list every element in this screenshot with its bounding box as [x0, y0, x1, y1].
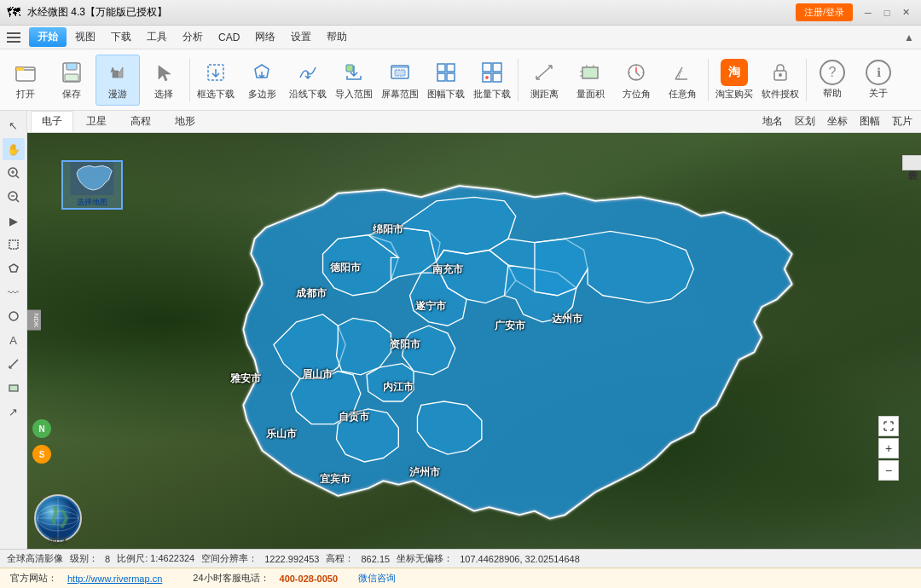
- ctrl-district[interactable]: 区划: [790, 112, 820, 130]
- taobao-button[interactable]: 淘 淘宝购买: [712, 55, 756, 106]
- screen-range-button[interactable]: 屏幕范围: [378, 55, 422, 106]
- website-url[interactable]: http://www.rivermap.cn: [67, 574, 162, 584]
- svg-rect-9: [395, 70, 405, 76]
- sidebar-arrow-tool[interactable]: ↖: [3, 114, 25, 136]
- menu-analysis[interactable]: 分析: [176, 26, 210, 48]
- free-angle-label: 任意角: [669, 88, 697, 101]
- menu-network[interactable]: 网络: [248, 26, 282, 48]
- batch-dl-button[interactable]: 批量下载: [470, 55, 514, 106]
- menu-settings[interactable]: 设置: [284, 26, 318, 48]
- svg-rect-24: [9, 240, 18, 249]
- open-button[interactable]: 打开: [3, 55, 48, 106]
- minimize-button[interactable]: ─: [860, 4, 877, 21]
- ctrl-coords[interactable]: 坐标: [822, 112, 853, 130]
- save-label: 保存: [62, 88, 81, 101]
- close-button[interactable]: ✕: [897, 4, 914, 21]
- save-button[interactable]: 保存: [49, 55, 94, 106]
- globe-label: 地球: [34, 534, 82, 547]
- roam-label: 漫游: [108, 88, 127, 101]
- auth-icon: [767, 59, 794, 86]
- ctrl-tile[interactable]: 瓦片: [887, 112, 918, 130]
- svg-rect-1: [16, 67, 24, 71]
- frame-download-button[interactable]: 框选下载: [194, 55, 238, 106]
- elevation-label: 高程：: [326, 552, 354, 565]
- roam-button[interactable]: 漫游: [96, 55, 140, 106]
- sidebar-polygon-tool[interactable]: [3, 257, 25, 280]
- sidebar-rect-select-tool[interactable]: [3, 233, 25, 256]
- tab-electronic[interactable]: 电子: [31, 111, 73, 132]
- indicator-green[interactable]: N: [32, 419, 51, 438]
- measure-dist-icon: [530, 59, 558, 86]
- free-angle-icon: [669, 59, 696, 86]
- imagery-type: 全球高清影像: [7, 552, 63, 565]
- about-icon: ℹ: [866, 60, 891, 85]
- svg-rect-27: [9, 385, 18, 391]
- measure-dist-button[interactable]: 测距离: [522, 55, 566, 106]
- auth-button[interactable]: 软件授权: [758, 55, 802, 106]
- menu-tools[interactable]: 工具: [140, 26, 174, 48]
- menu-download[interactable]: 下载: [104, 26, 138, 48]
- sidebar-zoom-in-tool[interactable]: [3, 162, 25, 184]
- menu-help[interactable]: 帮助: [320, 26, 354, 48]
- select-icon: [150, 59, 177, 86]
- menu-cad[interactable]: CAD: [211, 28, 246, 47]
- polygon-button[interactable]: 多边形: [240, 55, 284, 106]
- sidebar-link-tool[interactable]: ↗: [3, 401, 25, 423]
- frame-download-icon: [202, 59, 229, 86]
- free-angle-button[interactable]: 任意角: [660, 55, 704, 106]
- start-menu-button[interactable]: 开始: [29, 27, 67, 47]
- ctrl-placename[interactable]: 地名: [757, 112, 788, 130]
- polyline-dl-label: 沿线下载: [289, 88, 327, 101]
- ndk-label[interactable]: NDK: [27, 309, 41, 331]
- indicator-orange[interactable]: S: [32, 445, 51, 464]
- help-button[interactable]: ? 帮助: [810, 55, 854, 106]
- svg-rect-15: [493, 63, 501, 72]
- sidebar-ruler-tool[interactable]: [3, 353, 25, 375]
- menu-view[interactable]: 视图: [68, 26, 102, 48]
- svg-point-21: [779, 73, 782, 77]
- polygon-icon: [248, 59, 275, 86]
- svg-rect-11: [447, 64, 455, 72]
- select-button[interactable]: 选择: [142, 55, 186, 106]
- sidebar-line-tool[interactable]: 〰: [3, 281, 25, 303]
- sidebar-next-tool[interactable]: ▶: [3, 210, 25, 232]
- svg-marker-25: [9, 264, 18, 272]
- ctrl-mapsheet[interactable]: 图幅: [854, 112, 885, 130]
- svg-rect-17: [493, 73, 501, 82]
- website-label: 官方网站：: [10, 572, 57, 585]
- bearing-button[interactable]: 方位角: [614, 55, 658, 106]
- sidebar-area-tool[interactable]: [3, 377, 25, 399]
- menu-collapse-icon[interactable]: ▲: [901, 29, 918, 46]
- measure-area-button[interactable]: 量面积: [568, 55, 612, 106]
- sidebar-circle-tool[interactable]: [3, 305, 25, 327]
- polyline-dl-button[interactable]: 沿线下载: [286, 55, 330, 106]
- tab-satellite[interactable]: 卫星: [75, 111, 118, 132]
- import-range-button[interactable]: 导入范围: [332, 55, 376, 106]
- sidebar-text-tool[interactable]: A: [3, 329, 25, 351]
- tile-dl-icon: [432, 59, 460, 86]
- task-list-button[interactable]: 任务列表: [902, 155, 921, 170]
- login-button[interactable]: 注册/登录: [796, 3, 853, 21]
- zoom-in-btn[interactable]: +: [878, 438, 899, 458]
- map-preview[interactable]: 选择地图: [61, 160, 123, 210]
- sidebar-zoom-out-tool[interactable]: [3, 186, 25, 208]
- tile-dl-button[interactable]: 图幅下载: [424, 55, 468, 106]
- info-bar: 官方网站： http://www.rivermap.cn 24小时客服电话： 4…: [0, 568, 921, 588]
- bearing-icon: [623, 59, 650, 86]
- map-area[interactable]: 绵阳市 德阳市 成都市 南充市 遂宁市 资阳市 广安市 达州市 雅安市 眉山市 …: [27, 133, 921, 549]
- measure-area-label: 量面积: [576, 88, 605, 101]
- tab-terrain[interactable]: 地形: [164, 111, 206, 132]
- maximize-button[interactable]: □: [878, 4, 895, 21]
- help-icon: ?: [820, 60, 845, 85]
- wechat-label[interactable]: 微信咨询: [358, 572, 396, 585]
- sidebar-hand-tool[interactable]: ✋: [3, 138, 25, 160]
- about-button[interactable]: ℹ 关于: [856, 55, 901, 106]
- zoom-out-btn[interactable]: −: [878, 460, 899, 481]
- fullscreen-btn[interactable]: [878, 416, 899, 436]
- open-label: 打开: [16, 88, 35, 101]
- zoom-controls: + −: [878, 416, 899, 481]
- tab-elevation[interactable]: 高程: [119, 111, 162, 132]
- taobao-label: 淘宝购买: [715, 88, 753, 101]
- hamburger-menu[interactable]: [3, 27, 24, 48]
- phone-number: 400-028-0050: [280, 574, 339, 584]
